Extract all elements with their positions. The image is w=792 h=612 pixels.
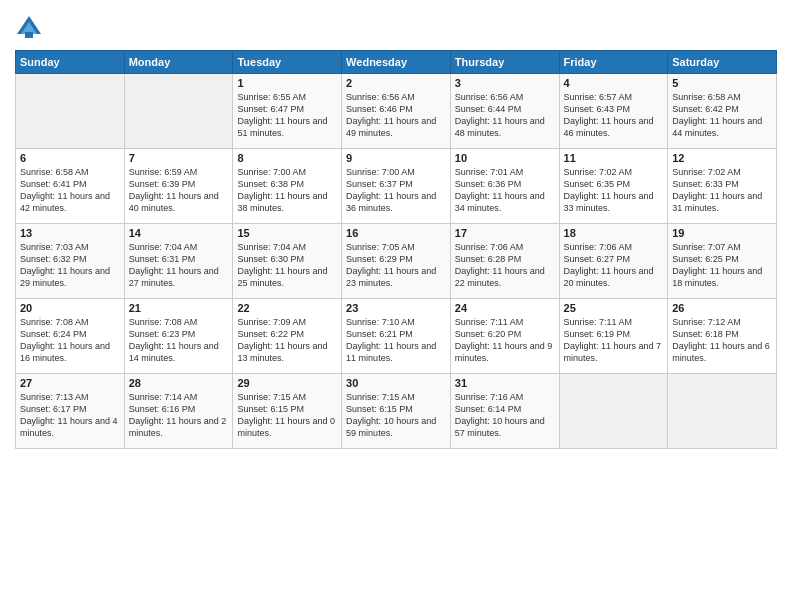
day-number: 14	[129, 227, 229, 239]
day-number: 15	[237, 227, 337, 239]
day-detail: Sunrise: 7:11 AMSunset: 6:20 PMDaylight:…	[455, 316, 555, 365]
day-detail: Sunrise: 7:07 AMSunset: 6:25 PMDaylight:…	[672, 241, 772, 290]
day-detail: Sunrise: 7:06 AMSunset: 6:28 PMDaylight:…	[455, 241, 555, 290]
day-detail: Sunrise: 6:56 AMSunset: 6:44 PMDaylight:…	[455, 91, 555, 140]
days-header-row: SundayMondayTuesdayWednesdayThursdayFrid…	[16, 51, 777, 74]
day-number: 6	[20, 152, 120, 164]
calendar-cell: 12Sunrise: 7:02 AMSunset: 6:33 PMDayligh…	[668, 149, 777, 224]
calendar-cell: 16Sunrise: 7:05 AMSunset: 6:29 PMDayligh…	[342, 224, 451, 299]
header	[15, 10, 777, 42]
day-number: 10	[455, 152, 555, 164]
day-detail: Sunrise: 7:04 AMSunset: 6:31 PMDaylight:…	[129, 241, 229, 290]
day-number: 19	[672, 227, 772, 239]
day-number: 9	[346, 152, 446, 164]
day-detail: Sunrise: 7:09 AMSunset: 6:22 PMDaylight:…	[237, 316, 337, 365]
calendar-cell: 10Sunrise: 7:01 AMSunset: 6:36 PMDayligh…	[450, 149, 559, 224]
calendar-cell	[668, 374, 777, 449]
day-detail: Sunrise: 6:55 AMSunset: 6:47 PMDaylight:…	[237, 91, 337, 140]
day-number: 27	[20, 377, 120, 389]
day-number: 24	[455, 302, 555, 314]
day-detail: Sunrise: 7:13 AMSunset: 6:17 PMDaylight:…	[20, 391, 120, 440]
day-detail: Sunrise: 7:01 AMSunset: 6:36 PMDaylight:…	[455, 166, 555, 215]
day-header: Tuesday	[233, 51, 342, 74]
day-number: 29	[237, 377, 337, 389]
calendar-cell: 1Sunrise: 6:55 AMSunset: 6:47 PMDaylight…	[233, 74, 342, 149]
calendar-cell: 30Sunrise: 7:15 AMSunset: 6:15 PMDayligh…	[342, 374, 451, 449]
day-number: 22	[237, 302, 337, 314]
day-detail: Sunrise: 7:15 AMSunset: 6:15 PMDaylight:…	[237, 391, 337, 440]
day-detail: Sunrise: 7:16 AMSunset: 6:14 PMDaylight:…	[455, 391, 555, 440]
day-detail: Sunrise: 7:00 AMSunset: 6:37 PMDaylight:…	[346, 166, 446, 215]
day-number: 8	[237, 152, 337, 164]
day-detail: Sunrise: 7:03 AMSunset: 6:32 PMDaylight:…	[20, 241, 120, 290]
calendar-cell: 8Sunrise: 7:00 AMSunset: 6:38 PMDaylight…	[233, 149, 342, 224]
calendar-cell: 25Sunrise: 7:11 AMSunset: 6:19 PMDayligh…	[559, 299, 668, 374]
day-number: 18	[564, 227, 664, 239]
day-number: 1	[237, 77, 337, 89]
logo-icon	[15, 14, 43, 42]
calendar-cell: 17Sunrise: 7:06 AMSunset: 6:28 PMDayligh…	[450, 224, 559, 299]
day-header: Monday	[124, 51, 233, 74]
calendar-week-row: 27Sunrise: 7:13 AMSunset: 6:17 PMDayligh…	[16, 374, 777, 449]
calendar-cell: 3Sunrise: 6:56 AMSunset: 6:44 PMDaylight…	[450, 74, 559, 149]
day-detail: Sunrise: 6:56 AMSunset: 6:46 PMDaylight:…	[346, 91, 446, 140]
calendar-cell	[124, 74, 233, 149]
calendar-cell: 28Sunrise: 7:14 AMSunset: 6:16 PMDayligh…	[124, 374, 233, 449]
day-detail: Sunrise: 6:57 AMSunset: 6:43 PMDaylight:…	[564, 91, 664, 140]
day-number: 30	[346, 377, 446, 389]
calendar-week-row: 20Sunrise: 7:08 AMSunset: 6:24 PMDayligh…	[16, 299, 777, 374]
day-detail: Sunrise: 7:08 AMSunset: 6:23 PMDaylight:…	[129, 316, 229, 365]
day-number: 17	[455, 227, 555, 239]
calendar-cell	[559, 374, 668, 449]
calendar-cell: 29Sunrise: 7:15 AMSunset: 6:15 PMDayligh…	[233, 374, 342, 449]
day-detail: Sunrise: 7:12 AMSunset: 6:18 PMDaylight:…	[672, 316, 772, 365]
calendar-cell: 7Sunrise: 6:59 AMSunset: 6:39 PMDaylight…	[124, 149, 233, 224]
calendar-cell: 6Sunrise: 6:58 AMSunset: 6:41 PMDaylight…	[16, 149, 125, 224]
day-number: 2	[346, 77, 446, 89]
day-header: Thursday	[450, 51, 559, 74]
day-detail: Sunrise: 7:05 AMSunset: 6:29 PMDaylight:…	[346, 241, 446, 290]
day-detail: Sunrise: 6:58 AMSunset: 6:41 PMDaylight:…	[20, 166, 120, 215]
calendar-cell: 9Sunrise: 7:00 AMSunset: 6:37 PMDaylight…	[342, 149, 451, 224]
day-number: 11	[564, 152, 664, 164]
calendar-cell: 13Sunrise: 7:03 AMSunset: 6:32 PMDayligh…	[16, 224, 125, 299]
day-number: 31	[455, 377, 555, 389]
day-number: 28	[129, 377, 229, 389]
calendar-week-row: 6Sunrise: 6:58 AMSunset: 6:41 PMDaylight…	[16, 149, 777, 224]
day-detail: Sunrise: 6:59 AMSunset: 6:39 PMDaylight:…	[129, 166, 229, 215]
day-number: 12	[672, 152, 772, 164]
day-detail: Sunrise: 7:11 AMSunset: 6:19 PMDaylight:…	[564, 316, 664, 365]
day-detail: Sunrise: 7:04 AMSunset: 6:30 PMDaylight:…	[237, 241, 337, 290]
calendar-cell: 15Sunrise: 7:04 AMSunset: 6:30 PMDayligh…	[233, 224, 342, 299]
calendar-cell: 19Sunrise: 7:07 AMSunset: 6:25 PMDayligh…	[668, 224, 777, 299]
day-detail: Sunrise: 7:02 AMSunset: 6:33 PMDaylight:…	[672, 166, 772, 215]
day-number: 13	[20, 227, 120, 239]
day-number: 26	[672, 302, 772, 314]
day-number: 4	[564, 77, 664, 89]
calendar-cell	[16, 74, 125, 149]
calendar-cell: 2Sunrise: 6:56 AMSunset: 6:46 PMDaylight…	[342, 74, 451, 149]
calendar-cell: 27Sunrise: 7:13 AMSunset: 6:17 PMDayligh…	[16, 374, 125, 449]
calendar-cell: 11Sunrise: 7:02 AMSunset: 6:35 PMDayligh…	[559, 149, 668, 224]
day-header: Wednesday	[342, 51, 451, 74]
day-number: 16	[346, 227, 446, 239]
calendar-cell: 31Sunrise: 7:16 AMSunset: 6:14 PMDayligh…	[450, 374, 559, 449]
calendar-cell: 4Sunrise: 6:57 AMSunset: 6:43 PMDaylight…	[559, 74, 668, 149]
calendar-cell: 26Sunrise: 7:12 AMSunset: 6:18 PMDayligh…	[668, 299, 777, 374]
day-header: Friday	[559, 51, 668, 74]
calendar-cell: 24Sunrise: 7:11 AMSunset: 6:20 PMDayligh…	[450, 299, 559, 374]
day-detail: Sunrise: 6:58 AMSunset: 6:42 PMDaylight:…	[672, 91, 772, 140]
calendar-week-row: 1Sunrise: 6:55 AMSunset: 6:47 PMDaylight…	[16, 74, 777, 149]
calendar-cell: 20Sunrise: 7:08 AMSunset: 6:24 PMDayligh…	[16, 299, 125, 374]
calendar-cell: 23Sunrise: 7:10 AMSunset: 6:21 PMDayligh…	[342, 299, 451, 374]
day-number: 23	[346, 302, 446, 314]
day-number: 25	[564, 302, 664, 314]
logo	[15, 14, 47, 42]
day-header: Saturday	[668, 51, 777, 74]
day-number: 5	[672, 77, 772, 89]
day-number: 3	[455, 77, 555, 89]
calendar-cell: 14Sunrise: 7:04 AMSunset: 6:31 PMDayligh…	[124, 224, 233, 299]
svg-rect-2	[25, 32, 33, 38]
day-number: 20	[20, 302, 120, 314]
calendar-week-row: 13Sunrise: 7:03 AMSunset: 6:32 PMDayligh…	[16, 224, 777, 299]
